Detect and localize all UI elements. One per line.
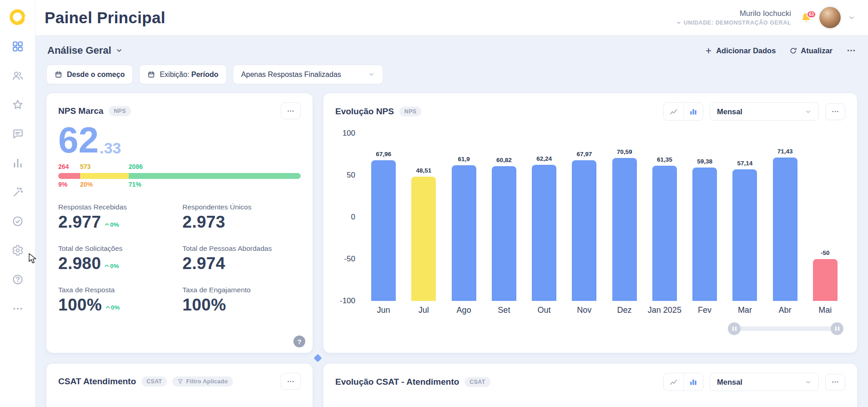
chart-type-toggle xyxy=(663,102,703,121)
refresh-button[interactable]: Atualizar xyxy=(789,46,833,55)
y-tick-label: -100 xyxy=(340,296,355,305)
x-axis-label: Mar xyxy=(725,305,765,315)
period-select[interactable]: Mensal xyxy=(710,102,819,121)
chart-bar[interactable] xyxy=(411,177,436,301)
distribution-counts-row: 2645732086 xyxy=(58,163,301,172)
chart-bar[interactable] xyxy=(492,166,516,301)
chart-bar[interactable] xyxy=(452,165,476,301)
stat-block: Respostas Recebidas 2.977 0% xyxy=(58,203,182,232)
scrollbar-left-handle[interactable] xyxy=(728,322,741,335)
bar-value-label: 57,14 xyxy=(737,160,752,167)
card-divider-handle[interactable] xyxy=(313,354,322,362)
stat-value: 2.977 xyxy=(58,213,101,232)
refresh-label: Atualizar xyxy=(801,46,833,55)
x-axis-label: Fev xyxy=(685,305,725,315)
nps-score-decimal: .33 xyxy=(100,140,121,156)
chart-bar[interactable] xyxy=(773,158,797,301)
bar-value-label: -50 xyxy=(821,249,830,256)
x-axis-label: Jan 2025 xyxy=(645,305,685,315)
star-icon[interactable] xyxy=(11,98,24,111)
card-more-button[interactable] xyxy=(825,374,845,391)
scrollbar-track[interactable] xyxy=(730,326,841,331)
y-tick-label: -50 xyxy=(344,254,355,264)
bar-value-label: 61,9 xyxy=(458,156,469,163)
calendar-icon xyxy=(55,71,62,78)
x-axis-label: Jun xyxy=(363,305,404,315)
line-chart-toggle-icon[interactable] xyxy=(664,103,683,120)
users-icon[interactable] xyxy=(11,69,24,82)
display-mode-text: Exibição: Período xyxy=(160,71,218,79)
display-mode-prefix: Exibição: xyxy=(160,71,189,78)
section-more-icon[interactable] xyxy=(846,46,856,56)
section-title-label: Análise Geral xyxy=(47,45,111,56)
help-button[interactable] xyxy=(293,336,305,347)
card-more-button[interactable] xyxy=(281,373,301,390)
chat-icon[interactable] xyxy=(11,127,24,140)
user-menu-chevron-icon[interactable] xyxy=(848,14,855,21)
stat-value: 2.980 xyxy=(58,254,101,273)
chart-controls: Mensal xyxy=(663,102,845,121)
chart-bar[interactable] xyxy=(532,165,556,301)
bar-chart-toggle-icon[interactable] xyxy=(683,103,703,120)
stat-label: Total de Solicitações xyxy=(58,244,182,253)
x-axis-label: Abr xyxy=(765,305,805,315)
distribution-percents-row: 9%20%71% xyxy=(58,181,301,189)
x-axis-label: Out xyxy=(524,305,564,315)
y-tick-label: 50 xyxy=(347,171,355,180)
period-select[interactable]: Mensal xyxy=(710,373,819,391)
stat-value: 100% xyxy=(182,295,226,315)
dashboard-icon[interactable] xyxy=(11,40,24,53)
x-axis-label: Jul xyxy=(404,305,444,315)
add-data-button[interactable]: Adicionar Dados xyxy=(705,46,776,55)
help-icon[interactable] xyxy=(11,273,24,286)
chart-bar[interactable] xyxy=(612,158,637,301)
bar-chart-toggle-icon[interactable] xyxy=(683,373,703,391)
settings-icon[interactable] xyxy=(11,244,24,257)
bar-value-label: 71,43 xyxy=(777,148,793,155)
segment-percent-label: 20% xyxy=(80,181,93,188)
chart-bar[interactable] xyxy=(572,160,596,301)
scrollbar-right-handle[interactable] xyxy=(831,322,843,335)
more-icon[interactable] xyxy=(11,302,24,315)
plus-icon xyxy=(705,47,712,55)
notifications-button[interactable]: 63 xyxy=(800,12,812,24)
stat-label: Taxa de Engajamento xyxy=(182,286,301,294)
chart-range-scrollbar[interactable] xyxy=(728,322,843,335)
card-more-button[interactable] xyxy=(281,102,301,119)
card-more-button[interactable] xyxy=(825,103,845,120)
funnel-icon xyxy=(177,378,183,384)
chart-bar[interactable] xyxy=(813,259,838,301)
app-logo[interactable] xyxy=(7,6,28,27)
chart-bar-column: 61,9 xyxy=(444,133,484,301)
bar-value-label: 59,38 xyxy=(697,158,712,165)
segment-bar xyxy=(80,173,129,179)
filter-applied-badge[interactable]: Filtro Aplicado xyxy=(172,376,233,387)
chart-bar[interactable] xyxy=(371,160,396,301)
section-actions: Adicionar Dados Atualizar xyxy=(705,46,856,56)
bar-chart-icon[interactable] xyxy=(11,157,24,169)
filter-bar: Desde o começo Exibição: Período Apenas … xyxy=(46,65,857,84)
responses-filter-select[interactable]: Apenas Respostas Finalizadas xyxy=(233,65,383,84)
check-circle-icon[interactable] xyxy=(11,215,24,228)
magic-wand-icon[interactable] xyxy=(11,186,24,198)
date-range-filter-button[interactable]: Desde o começo xyxy=(46,65,133,84)
chevron-down-icon xyxy=(368,71,375,78)
chart-bar[interactable] xyxy=(732,169,757,301)
chart-bar[interactable] xyxy=(692,168,717,301)
display-mode-filter-button[interactable]: Exibição: Período xyxy=(139,65,227,84)
ellipsis-icon xyxy=(287,107,295,115)
csat-badge: CSAT xyxy=(141,376,167,387)
bar-value-label: 60,82 xyxy=(496,157,512,163)
topbar: Painel Principal Murilo Iochucki UNIDADE… xyxy=(35,0,868,36)
unit-selector[interactable]: UNIDADE: DEMONSTRAÇÃO GERAL xyxy=(676,20,791,26)
card-title: NPS Marca xyxy=(58,106,103,116)
avatar[interactable] xyxy=(819,7,841,28)
ellipsis-icon xyxy=(831,378,839,386)
caret-up-icon xyxy=(104,263,110,269)
chart-bar[interactable] xyxy=(652,166,677,301)
date-range-label: Desde o começo xyxy=(67,71,125,79)
line-chart-toggle-icon[interactable] xyxy=(664,373,683,391)
user-area: Murilo Iochucki UNIDADE: DEMONSTRAÇÃO GE… xyxy=(676,7,855,28)
stat-delta: 0% xyxy=(105,304,120,311)
dashboard-selector[interactable]: Análise Geral xyxy=(47,45,123,56)
